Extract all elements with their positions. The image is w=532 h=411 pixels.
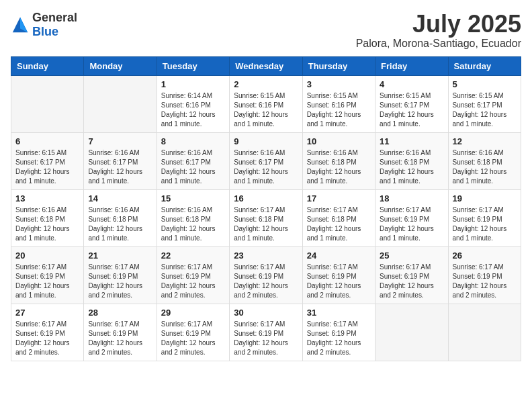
logo: General Blue <box>11 11 77 39</box>
calendar-cell: 29Sunrise: 6:17 AM Sunset: 6:19 PM Dayli… <box>157 304 229 361</box>
day-number: 20 <box>15 250 79 261</box>
day-number: 22 <box>161 250 225 261</box>
day-number: 12 <box>453 136 517 146</box>
calendar-cell: 20Sunrise: 6:17 AM Sunset: 6:19 PM Dayli… <box>11 246 84 304</box>
day-number: 5 <box>453 79 517 89</box>
day-number: 18 <box>380 193 443 203</box>
day-number: 17 <box>307 193 371 203</box>
calendar-cell: 31Sunrise: 6:17 AM Sunset: 6:19 PM Dayli… <box>302 304 375 361</box>
day-number: 1 <box>161 79 225 89</box>
day-info: Sunrise: 6:16 AM Sunset: 6:17 PM Dayligh… <box>88 148 152 186</box>
day-number: 9 <box>234 136 298 146</box>
calendar-cell: 27Sunrise: 6:17 AM Sunset: 6:19 PM Dayli… <box>11 304 84 361</box>
weekday-header-monday: Monday <box>84 56 157 75</box>
weekday-header-sunday: Sunday <box>11 56 84 75</box>
day-info: Sunrise: 6:17 AM Sunset: 6:19 PM Dayligh… <box>88 320 152 357</box>
day-info: Sunrise: 6:16 AM Sunset: 6:18 PM Dayligh… <box>380 148 443 186</box>
calendar-cell: 2Sunrise: 6:15 AM Sunset: 6:16 PM Daylig… <box>230 75 302 132</box>
month-title: July 2025 <box>356 11 521 38</box>
weekday-header-wednesday: Wednesday <box>230 56 302 75</box>
day-info: Sunrise: 6:17 AM Sunset: 6:18 PM Dayligh… <box>307 205 371 243</box>
logo-blue-text: Blue <box>32 25 58 38</box>
calendar-cell: 9Sunrise: 6:16 AM Sunset: 6:17 PM Daylig… <box>230 132 302 189</box>
day-info: Sunrise: 6:15 AM Sunset: 6:17 PM Dayligh… <box>453 91 517 129</box>
calendar-cell: 26Sunrise: 6:17 AM Sunset: 6:19 PM Dayli… <box>448 246 521 304</box>
calendar-cell: 28Sunrise: 6:17 AM Sunset: 6:19 PM Dayli… <box>84 304 157 361</box>
day-number: 23 <box>234 250 298 261</box>
day-info: Sunrise: 6:16 AM Sunset: 6:18 PM Dayligh… <box>161 205 225 243</box>
calendar-cell: 15Sunrise: 6:16 AM Sunset: 6:18 PM Dayli… <box>157 189 229 246</box>
logo-general-text: General <box>32 11 77 24</box>
day-info: Sunrise: 6:17 AM Sunset: 6:19 PM Dayligh… <box>161 320 225 357</box>
calendar-week-row: 13Sunrise: 6:16 AM Sunset: 6:18 PM Dayli… <box>11 189 521 246</box>
calendar-week-row: 6Sunrise: 6:15 AM Sunset: 6:17 PM Daylig… <box>11 132 521 189</box>
day-number: 26 <box>453 250 517 261</box>
calendar-cell: 1Sunrise: 6:14 AM Sunset: 6:16 PM Daylig… <box>157 75 229 132</box>
calendar-cell <box>84 75 157 132</box>
page-header: General Blue July 2025 Palora, Morona-Sa… <box>11 11 521 50</box>
calendar-table: SundayMondayTuesdayWednesdayThursdayFrid… <box>11 56 521 361</box>
day-info: Sunrise: 6:16 AM Sunset: 6:18 PM Dayligh… <box>307 148 371 186</box>
day-number: 19 <box>453 193 517 203</box>
day-info: Sunrise: 6:15 AM Sunset: 6:17 PM Dayligh… <box>15 148 79 186</box>
day-info: Sunrise: 6:17 AM Sunset: 6:19 PM Dayligh… <box>307 263 371 300</box>
day-number: 31 <box>307 308 371 318</box>
day-number: 2 <box>234 79 298 89</box>
day-number: 21 <box>88 250 152 261</box>
day-number: 13 <box>15 193 79 203</box>
day-number: 3 <box>307 79 371 89</box>
calendar-cell: 19Sunrise: 6:17 AM Sunset: 6:19 PM Dayli… <box>448 189 521 246</box>
calendar-cell: 18Sunrise: 6:17 AM Sunset: 6:19 PM Dayli… <box>375 189 448 246</box>
day-number: 25 <box>380 250 443 261</box>
calendar-cell <box>375 304 448 361</box>
calendar-week-row: 27Sunrise: 6:17 AM Sunset: 6:19 PM Dayli… <box>11 304 521 361</box>
calendar-cell: 24Sunrise: 6:17 AM Sunset: 6:19 PM Dayli… <box>302 246 375 304</box>
day-info: Sunrise: 6:17 AM Sunset: 6:18 PM Dayligh… <box>234 205 298 243</box>
calendar-cell: 30Sunrise: 6:17 AM Sunset: 6:19 PM Dayli… <box>230 304 302 361</box>
calendar-cell: 13Sunrise: 6:16 AM Sunset: 6:18 PM Dayli… <box>11 189 84 246</box>
weekday-header-thursday: Thursday <box>302 56 375 75</box>
calendar-cell: 11Sunrise: 6:16 AM Sunset: 6:18 PM Dayli… <box>375 132 448 189</box>
day-number: 27 <box>15 308 79 318</box>
day-number: 6 <box>15 136 79 146</box>
day-number: 14 <box>88 193 152 203</box>
calendar-week-row: 1Sunrise: 6:14 AM Sunset: 6:16 PM Daylig… <box>11 75 521 132</box>
calendar-cell: 12Sunrise: 6:16 AM Sunset: 6:18 PM Dayli… <box>448 132 521 189</box>
weekday-header-row: SundayMondayTuesdayWednesdayThursdayFrid… <box>11 56 521 75</box>
day-info: Sunrise: 6:15 AM Sunset: 6:17 PM Dayligh… <box>380 91 443 129</box>
day-number: 8 <box>161 136 225 146</box>
day-info: Sunrise: 6:17 AM Sunset: 6:19 PM Dayligh… <box>380 263 443 300</box>
weekday-header-tuesday: Tuesday <box>157 56 229 75</box>
logo-icon <box>11 15 30 34</box>
day-number: 7 <box>88 136 152 146</box>
day-number: 16 <box>234 193 298 203</box>
day-info: Sunrise: 6:15 AM Sunset: 6:16 PM Dayligh… <box>307 91 371 129</box>
calendar-cell: 17Sunrise: 6:17 AM Sunset: 6:18 PM Dayli… <box>302 189 375 246</box>
day-info: Sunrise: 6:17 AM Sunset: 6:19 PM Dayligh… <box>234 263 298 300</box>
calendar-cell: 10Sunrise: 6:16 AM Sunset: 6:18 PM Dayli… <box>302 132 375 189</box>
calendar-cell: 14Sunrise: 6:16 AM Sunset: 6:18 PM Dayli… <box>84 189 157 246</box>
calendar-cell: 4Sunrise: 6:15 AM Sunset: 6:17 PM Daylig… <box>375 75 448 132</box>
day-number: 30 <box>234 308 298 318</box>
day-number: 10 <box>307 136 371 146</box>
day-info: Sunrise: 6:17 AM Sunset: 6:19 PM Dayligh… <box>234 320 298 357</box>
weekday-header-friday: Friday <box>375 56 448 75</box>
day-info: Sunrise: 6:16 AM Sunset: 6:18 PM Dayligh… <box>88 205 152 243</box>
weekday-header-saturday: Saturday <box>448 56 521 75</box>
day-info: Sunrise: 6:17 AM Sunset: 6:19 PM Dayligh… <box>453 205 517 243</box>
calendar-cell: 6Sunrise: 6:15 AM Sunset: 6:17 PM Daylig… <box>11 132 84 189</box>
day-number: 4 <box>380 79 443 89</box>
day-number: 29 <box>161 308 225 318</box>
calendar-cell: 23Sunrise: 6:17 AM Sunset: 6:19 PM Dayli… <box>230 246 302 304</box>
day-info: Sunrise: 6:17 AM Sunset: 6:19 PM Dayligh… <box>307 320 371 357</box>
day-number: 24 <box>307 250 371 261</box>
calendar-week-row: 20Sunrise: 6:17 AM Sunset: 6:19 PM Dayli… <box>11 246 521 304</box>
day-info: Sunrise: 6:14 AM Sunset: 6:16 PM Dayligh… <box>161 91 225 129</box>
calendar-cell: 5Sunrise: 6:15 AM Sunset: 6:17 PM Daylig… <box>448 75 521 132</box>
day-info: Sunrise: 6:15 AM Sunset: 6:16 PM Dayligh… <box>234 91 298 129</box>
calendar-cell: 21Sunrise: 6:17 AM Sunset: 6:19 PM Dayli… <box>84 246 157 304</box>
day-info: Sunrise: 6:17 AM Sunset: 6:19 PM Dayligh… <box>380 205 443 243</box>
day-info: Sunrise: 6:17 AM Sunset: 6:19 PM Dayligh… <box>453 263 517 300</box>
title-area: July 2025 Palora, Morona-Santiago, Ecuad… <box>356 11 521 50</box>
day-info: Sunrise: 6:17 AM Sunset: 6:19 PM Dayligh… <box>161 263 225 300</box>
